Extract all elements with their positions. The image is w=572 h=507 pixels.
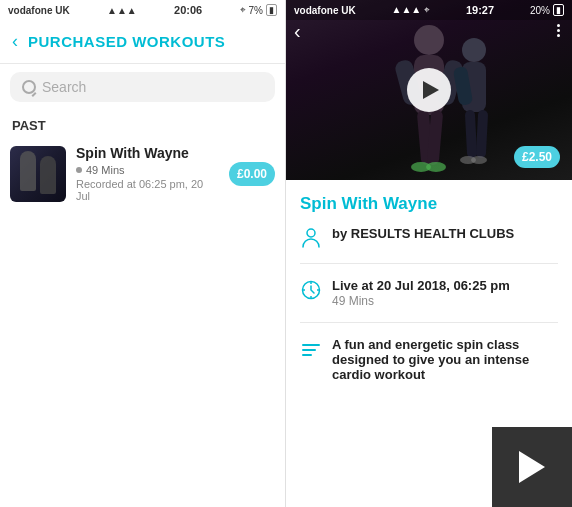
workout-recorded: Recorded at 06:25 pm, 20 Jul — [76, 178, 219, 202]
workout-item[interactable]: Spin With Wayne 49 Mins Recorded at 06:2… — [0, 137, 285, 210]
svg-point-6 — [462, 38, 486, 62]
divider-2 — [300, 322, 558, 323]
silhouette-person2 — [40, 156, 56, 194]
clock-icon — [300, 279, 322, 301]
thumbnail-silhouette — [18, 151, 58, 196]
duration-text: 49 Mins — [332, 294, 510, 308]
lines-icon — [302, 344, 320, 358]
svg-point-17 — [310, 282, 312, 284]
line-1 — [302, 344, 320, 346]
battery-right: 20% — [530, 5, 550, 16]
more-dot-2 — [557, 29, 560, 32]
more-dot-1 — [557, 24, 560, 27]
battery-icon-right: ▮ — [553, 4, 564, 16]
workout-duration-row: 49 Mins — [76, 164, 219, 176]
description-text-block: A fun and energetic spin class designed … — [332, 337, 558, 382]
signal-wifi-left: ▲▲▲ — [107, 5, 137, 16]
status-icons-right: 20% ▮ — [530, 4, 564, 16]
line-3 — [302, 354, 312, 356]
battery-left: 7% — [249, 5, 263, 16]
description-icon — [300, 338, 322, 360]
description-text: A fun and energetic spin class designed … — [332, 337, 558, 382]
workout-details: Spin With Wayne 49 Mins Recorded at 06:2… — [76, 145, 219, 202]
duration-dot-icon — [76, 167, 82, 173]
club-text-block: by RESULTS HEALTH CLUBS — [332, 226, 514, 241]
svg-point-15 — [307, 229, 315, 237]
time-text-block: Live at 20 Jul 2018, 06:25 pm 49 Mins — [332, 278, 510, 308]
next-button[interactable] — [492, 427, 572, 507]
status-bar-right: vodafone UK ▲▲▲ ⌖ 19:27 20% ▮ — [286, 0, 572, 20]
nav-header-left: ‹ PURCHASED WORKOUTS — [0, 20, 285, 64]
play-icon — [423, 81, 439, 99]
svg-point-0 — [414, 25, 444, 55]
silhouette-person1 — [20, 151, 36, 191]
svg-rect-10 — [476, 110, 488, 158]
person-icon — [300, 227, 322, 249]
line-2 — [302, 349, 316, 351]
bluetooth-icon-left: ⌖ — [240, 4, 246, 16]
svg-rect-9 — [465, 110, 477, 158]
live-date-time: Live at 20 Jul 2018, 06:25 pm — [332, 278, 510, 293]
battery-icon-left: ▮ — [266, 4, 277, 16]
time-left: 20:06 — [174, 4, 202, 16]
right-panel: vodafone UK ▲▲▲ ⌖ 19:27 20% ▮ — [286, 0, 572, 507]
detail-row-club: by RESULTS HEALTH CLUBS — [300, 226, 558, 249]
workout-name: Spin With Wayne — [76, 145, 219, 161]
arrow-right-icon — [519, 451, 545, 483]
back-button-right[interactable]: ‹ — [294, 20, 301, 43]
status-right-group-left: ⌖ 7% ▮ — [240, 4, 277, 16]
svg-point-19 — [303, 289, 305, 291]
search-bar[interactable]: Search — [10, 72, 275, 102]
more-dot-3 — [557, 34, 560, 37]
search-icon — [22, 80, 36, 94]
carrier-left: vodafone UK — [8, 5, 70, 16]
divider-1 — [300, 263, 558, 264]
detail-row-description: A fun and energetic spin class designed … — [300, 337, 558, 382]
play-button[interactable] — [407, 68, 451, 112]
hero-price-badge: £2.50 — [514, 146, 560, 168]
club-name: by RESULTS HEALTH CLUBS — [332, 226, 514, 241]
back-button-left[interactable]: ‹ — [12, 31, 18, 52]
section-past-label: PAST — [0, 110, 285, 137]
svg-point-18 — [310, 296, 312, 298]
page-title-left: PURCHASED WORKOUTS — [28, 33, 225, 50]
svg-point-12 — [426, 162, 446, 172]
workout-thumbnail — [10, 146, 66, 202]
status-bar-left: vodafone UK ▲▲▲ 20:06 ⌖ 7% ▮ — [0, 0, 285, 20]
search-placeholder: Search — [42, 79, 86, 95]
svg-point-20 — [317, 289, 319, 291]
svg-point-14 — [471, 156, 487, 164]
thumbnail-image — [10, 146, 66, 202]
workout-price-badge[interactable]: £0.00 — [229, 162, 275, 186]
more-menu-button[interactable] — [553, 20, 564, 41]
signal-wifi-right: ▲▲▲ ⌖ — [392, 4, 430, 16]
hero-image: ‹ £2.50 — [286, 0, 572, 180]
detail-workout-title: Spin With Wayne — [300, 194, 558, 214]
carrier-right: vodafone UK — [294, 5, 356, 16]
time-right: 19:27 — [466, 4, 494, 16]
workout-duration: 49 Mins — [86, 164, 125, 176]
left-panel: vodafone UK ▲▲▲ 20:06 ⌖ 7% ▮ ‹ PURCHASED… — [0, 0, 286, 507]
detail-row-time: Live at 20 Jul 2018, 06:25 pm 49 Mins — [300, 278, 558, 308]
